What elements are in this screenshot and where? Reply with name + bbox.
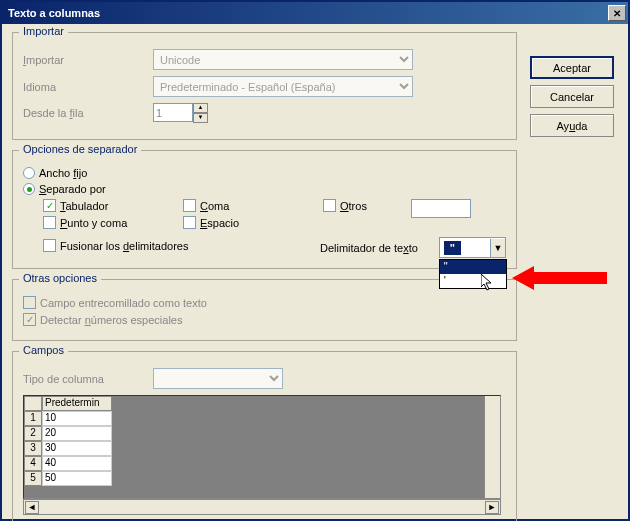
cell: 50 xyxy=(42,471,112,486)
checkbox-icon xyxy=(43,239,56,252)
scroll-left-icon[interactable]: ◄ xyxy=(25,501,39,514)
radio-fixed[interactable]: Ancho fijo xyxy=(23,167,506,179)
radio-icon xyxy=(23,167,35,179)
cell: 20 xyxy=(42,426,112,441)
window-title: Texto a columnas xyxy=(8,7,100,19)
table-row: 4 40 xyxy=(24,456,500,471)
check-other[interactable]: Otros xyxy=(323,199,367,212)
cell: 30 xyxy=(42,441,112,456)
column-header[interactable]: Predetermin xyxy=(42,396,112,411)
check-tab[interactable]: ✓ Tabulador xyxy=(43,199,183,212)
radio-separated[interactable]: Separado por xyxy=(23,183,506,195)
cancel-button[interactable]: Cancelar xyxy=(530,85,614,108)
help-button[interactable]: Ayuda xyxy=(530,114,614,137)
row-number: 4 xyxy=(24,456,42,471)
checkbox-icon xyxy=(183,199,196,212)
other-group-title: Otras opciones xyxy=(19,272,101,284)
horizontal-scrollbar[interactable]: ◄ ► xyxy=(23,499,501,515)
space-label: Espacio xyxy=(200,217,239,229)
table-row: 5 50 xyxy=(24,471,500,486)
vertical-scrollbar[interactable] xyxy=(484,396,500,498)
spin-up-icon[interactable]: ▲ xyxy=(193,103,208,113)
check-merge[interactable]: Fusionar los delimitadores xyxy=(43,239,320,252)
coltype-label: Tipo de columna xyxy=(23,373,153,385)
dropdown-popup: " ' xyxy=(439,259,507,289)
cell: 10 xyxy=(42,411,112,426)
separator-group: Opciones de separador Ancho fijo Separad… xyxy=(12,150,517,269)
chevron-down-icon: ▼ xyxy=(490,239,505,257)
table-row: 3 30 xyxy=(24,441,500,456)
check-quoted: Campo entrecomillado como texto xyxy=(23,296,506,309)
checkbox-icon xyxy=(323,199,336,212)
table-row: 2 20 xyxy=(24,426,500,441)
from-row-input[interactable] xyxy=(153,103,193,122)
check-comma[interactable]: Coma xyxy=(183,199,323,212)
import-select[interactable]: Unicode xyxy=(153,49,413,70)
from-row-spinner[interactable]: ▲ ▼ xyxy=(153,103,211,123)
fields-group: Campos Tipo de columna Predetermin 1 10 xyxy=(12,351,517,521)
other-input[interactable] xyxy=(411,199,471,218)
text-delimiter-dropdown[interactable]: " ▼ " ' xyxy=(439,237,506,258)
corner-cell xyxy=(24,396,42,411)
ok-button[interactable]: Aceptar xyxy=(530,56,614,79)
import-label: Importar xyxy=(23,54,153,66)
annotation-arrow xyxy=(512,260,612,296)
row-number: 2 xyxy=(24,426,42,441)
button-column: Aceptar Cancelar Ayuda xyxy=(530,56,614,137)
from-row-label: Desde la fila xyxy=(23,107,153,119)
row-number: 3 xyxy=(24,441,42,456)
check-special-numbers: ✓ Detectar números especiales xyxy=(23,313,506,326)
special-label: Detectar números especiales xyxy=(40,314,182,326)
scroll-right-icon[interactable]: ► xyxy=(485,501,499,514)
dropdown-option[interactable]: " xyxy=(440,260,506,274)
titlebar: Texto a columnas ✕ xyxy=(2,2,628,24)
row-number: 5 xyxy=(24,471,42,486)
import-group: Importar Importar Unicode Idioma Predete… xyxy=(12,32,517,140)
quoted-label: Campo entrecomillado como texto xyxy=(40,297,207,309)
semicolon-label: Punto y coma xyxy=(60,217,127,229)
checkbox-icon: ✓ xyxy=(23,313,36,326)
cell: 40 xyxy=(42,456,112,471)
language-select[interactable]: Predeterminado - Español (España) xyxy=(153,76,413,97)
check-space[interactable]: Espacio xyxy=(183,216,323,229)
close-button[interactable]: ✕ xyxy=(608,5,626,21)
merge-label: Fusionar los delimitadores xyxy=(60,240,188,252)
dialog-content: Importar Importar Unicode Idioma Predete… xyxy=(2,24,628,521)
checkbox-icon xyxy=(23,296,36,309)
tab-label: Tabulador xyxy=(60,200,108,212)
spin-down-icon[interactable]: ▼ xyxy=(193,113,208,123)
separated-label: Separado por xyxy=(39,183,106,195)
language-label: Idioma xyxy=(23,81,153,93)
text-delim-label: Delimitador de texto xyxy=(320,242,439,254)
import-group-title: Importar xyxy=(19,25,68,37)
checkbox-icon: ✓ xyxy=(43,199,56,212)
svg-marker-0 xyxy=(512,266,607,290)
separator-group-title: Opciones de separador xyxy=(19,143,141,155)
table-row: 1 10 xyxy=(24,411,500,426)
comma-label: Coma xyxy=(200,200,229,212)
coltype-select[interactable] xyxy=(153,368,283,389)
text-delim-selected: " xyxy=(444,241,461,255)
preview-table[interactable]: Predetermin 1 10 2 20 3 30 xyxy=(23,395,501,499)
dropdown-option[interactable]: ' xyxy=(440,274,506,288)
check-semicolon[interactable]: Punto y coma xyxy=(43,216,183,229)
other-label: Otros xyxy=(340,200,367,212)
fields-group-title: Campos xyxy=(19,344,68,356)
close-icon: ✕ xyxy=(613,8,621,19)
dialog-window: Texto a columnas ✕ Importar Importar Uni… xyxy=(0,0,630,521)
radio-icon xyxy=(23,183,35,195)
checkbox-icon xyxy=(43,216,56,229)
row-number: 1 xyxy=(24,411,42,426)
fixed-label: Ancho fijo xyxy=(39,167,87,179)
checkbox-icon xyxy=(183,216,196,229)
